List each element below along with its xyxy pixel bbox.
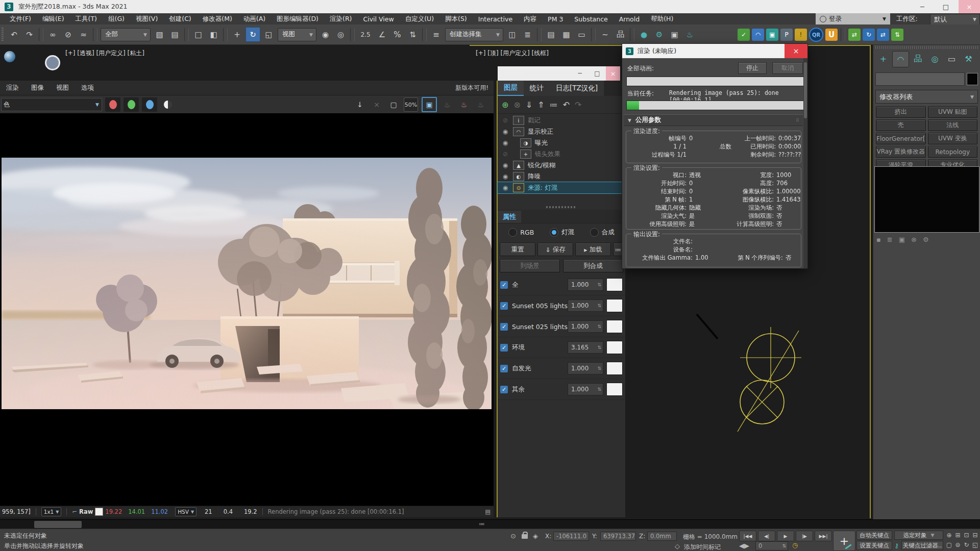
go-to-end-button[interactable]: ▶▶|: [815, 531, 832, 541]
window-crossing-icon[interactable]: ◧: [207, 28, 220, 41]
log-toggle-icon[interactable]: ▤: [485, 508, 491, 515]
layer-row[interactable]: ⊘ i 戳记: [498, 115, 625, 126]
pan-icon[interactable]: ⊜: [954, 540, 962, 549]
raw-label[interactable]: Raw: [79, 508, 93, 515]
bind-to-space-warp-icon[interactable]: ≈: [77, 28, 90, 41]
channel-dropdown[interactable]: 色 ▼: [1, 98, 102, 111]
color-swatch[interactable]: [606, 383, 623, 396]
zoom-level-badge[interactable]: 50%: [404, 97, 418, 112]
hsv-dropdown[interactable]: HSV▼: [175, 507, 197, 516]
visibility-eye-icon[interactable]: ⊘: [498, 117, 513, 124]
time-slider-handle[interactable]: [34, 521, 82, 528]
login-button[interactable]: 登录 ▼: [816, 13, 890, 24]
region-render-icon[interactable]: ▢: [387, 98, 400, 111]
next-frame-button[interactable]: |▶: [796, 531, 813, 541]
use-pivot-center-icon[interactable]: ◉: [318, 28, 332, 41]
close-button[interactable]: ×: [606, 66, 620, 81]
rectangular-selection-region-icon[interactable]: □: [191, 28, 205, 41]
scene-explorer-icon[interactable]: ▤: [544, 28, 558, 41]
divider[interactable]: [422, 28, 427, 41]
menu-item[interactable]: 修改器(M): [197, 15, 238, 23]
u-plugin-icon[interactable]: U: [825, 29, 838, 41]
go-to-start-button[interactable]: |◀◀: [739, 531, 756, 541]
zoom-all-icon[interactable]: ⊞: [954, 531, 962, 539]
current-frame-field[interactable]: 0⇅: [755, 541, 788, 550]
color-swatch[interactable]: [606, 341, 623, 354]
green-channel-button[interactable]: [124, 97, 139, 112]
viewport-label-top[interactable]: [+] [顶] [用户定义] [线框]: [476, 49, 549, 58]
object-name-field[interactable]: [875, 72, 965, 86]
set-key-button[interactable]: 设置关键点: [856, 541, 892, 550]
save-image-icon[interactable]: ↓: [353, 98, 366, 111]
cloud-icon[interactable]: ◠: [752, 29, 764, 41]
select-by-name-icon[interactable]: ▤: [168, 28, 182, 41]
minimize-button[interactable]: ─: [912, 0, 933, 13]
spinner-snap-icon[interactable]: ⇅: [406, 28, 420, 41]
reference-coordinate-dropdown[interactable]: 视图▼: [278, 28, 316, 41]
play-button[interactable]: ▶: [777, 531, 794, 541]
intensity-spinner[interactable]: 1.000: [568, 383, 603, 395]
orbit-icon[interactable]: ↻: [963, 540, 970, 549]
send-to-icon[interactable]: ⇄: [848, 29, 861, 41]
selection-lock-icon[interactable]: [522, 534, 528, 539]
visibility-eye-icon[interactable]: ◉: [498, 128, 513, 135]
layer-explorer-icon[interactable]: ▦: [559, 28, 573, 41]
vfb-menu-item[interactable]: 视图: [50, 84, 75, 92]
to-composite-button[interactable]: 到合成: [563, 259, 623, 272]
menu-item[interactable]: Civil View: [357, 15, 399, 23]
monochrome-button[interactable]: [160, 97, 176, 112]
clear-image-icon[interactable]: ×: [370, 98, 383, 111]
layer-row[interactable]: ◉ ◠ 显示校正: [498, 126, 625, 137]
menu-item[interactable]: 渲染(R): [324, 15, 357, 23]
asset-library-icon[interactable]: ▣: [766, 29, 778, 41]
layer-row[interactable]: ◉ ▲ 锐化/模糊: [498, 160, 625, 171]
menu-item[interactable]: 图形编辑器(D): [271, 15, 324, 23]
maximize-button[interactable]: □: [589, 70, 606, 77]
material-editor-icon[interactable]: ●: [637, 28, 651, 41]
y-coordinate-field[interactable]: 639713.37: [600, 532, 636, 541]
menu-item[interactable]: 脚本(S): [439, 15, 473, 23]
viewport-label-perspective[interactable]: [+] [透视] [用户定义] [粘土]: [65, 49, 144, 58]
modifier-preset-button[interactable]: 挤出: [876, 106, 926, 118]
layer-row[interactable]: ◉ ◑ 曝光: [498, 137, 625, 148]
update-icon[interactable]: ⇅: [891, 29, 903, 41]
curve-editor-icon[interactable]: ~: [598, 28, 612, 41]
vfb-menu-item[interactable]: 渲染: [0, 84, 25, 92]
modifier-list-dropdown[interactable]: 修改器列表 ▼: [875, 90, 978, 104]
load-layers-icon[interactable]: ⇑: [537, 100, 544, 110]
display-tab[interactable]: ▭: [944, 51, 960, 66]
intensity-spinner[interactable]: 1.000: [568, 299, 603, 312]
selection-filter-dropdown[interactable]: 全部▼: [101, 28, 151, 41]
divider[interactable]: [537, 28, 542, 41]
save-layers-icon[interactable]: ⇓: [526, 100, 532, 110]
menu-item[interactable]: 内容: [518, 15, 542, 23]
key-mode-toggle-icon[interactable]: ◀▶: [739, 542, 749, 549]
transfer-icon[interactable]: ⇄: [877, 29, 889, 41]
layer-row[interactable]: ◉ ◐ 降噪: [498, 171, 625, 182]
object-color-swatch[interactable]: [967, 73, 978, 85]
checkbox-checked[interactable]: ✓: [500, 302, 508, 310]
menu-item[interactable]: PM 3: [542, 15, 569, 23]
menu-item[interactable]: Interactive: [473, 15, 518, 23]
fit-window-icon[interactable]: ▣: [422, 97, 437, 112]
divider[interactable]: [39, 28, 43, 41]
render-iterative-icon[interactable]: ♨: [457, 98, 471, 111]
zoom-extents-all-icon[interactable]: ⊟: [971, 531, 979, 539]
divider[interactable]: [841, 28, 845, 41]
maximize-button[interactable]: □: [935, 0, 957, 13]
reset-button[interactable]: 重置: [500, 243, 535, 256]
menu-item[interactable]: 工具(T): [70, 15, 103, 23]
to-scene-button[interactable]: 到场景: [500, 259, 560, 272]
layer-options-icon[interactable]: ≔: [550, 100, 558, 110]
undo-icon[interactable]: ↶: [563, 100, 570, 110]
maximize-viewport-icon[interactable]: ◱: [971, 540, 979, 549]
menu-item[interactable]: 编辑(E): [37, 15, 70, 23]
modify-tab[interactable]: ◠: [892, 51, 909, 67]
add-layer-icon[interactable]: ⊕: [502, 100, 508, 110]
render-last-icon[interactable]: ♨: [440, 98, 454, 111]
vfb-menu-item[interactable]: 图像: [25, 84, 50, 92]
menu-item[interactable]: Arnold: [614, 15, 645, 23]
tab-stats[interactable]: 统计: [524, 81, 550, 96]
menu-item[interactable]: 动画(A): [238, 15, 271, 23]
checkbox-checked[interactable]: ✓: [500, 344, 508, 352]
